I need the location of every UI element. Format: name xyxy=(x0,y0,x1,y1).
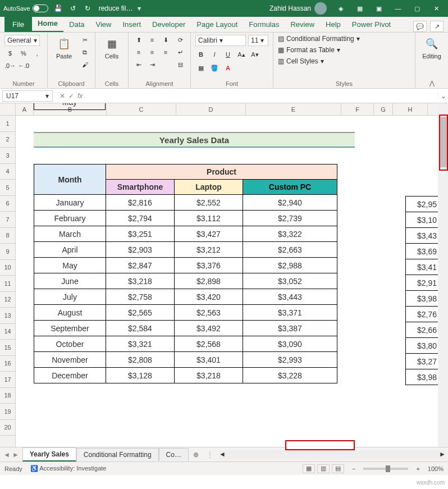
tab-review[interactable]: Review xyxy=(285,17,320,32)
tab-view[interactable]: View xyxy=(90,17,117,32)
align-left-icon[interactable]: ≡ xyxy=(133,47,144,57)
cell-laptop[interactable]: $3,212 xyxy=(175,242,243,258)
spreadsheet-grid[interactable]: 1 2 3 4 5 6 7 8 9 10 11 12 13 14 15 16 1… xyxy=(0,103,448,447)
comments-icon[interactable]: 💬 xyxy=(413,21,427,32)
font-size-select[interactable]: 11▾ xyxy=(248,35,268,46)
cell-smartphone[interactable]: $2,847 xyxy=(106,258,175,273)
grid-icon[interactable]: ▦ xyxy=(351,1,368,16)
italic-icon[interactable]: I xyxy=(209,49,220,60)
row-header[interactable]: 18 xyxy=(0,388,15,404)
row-header[interactable]: 4 xyxy=(0,164,15,180)
fill-color-icon[interactable]: 🪣 xyxy=(209,63,220,73)
cell-laptop[interactable]: $3,420 xyxy=(175,289,243,305)
row-header[interactable]: 7 xyxy=(0,212,15,228)
cell-laptop[interactable]: $3,376 xyxy=(175,258,243,273)
row-header[interactable]: 16 xyxy=(0,356,15,372)
row-header[interactable]: 15 xyxy=(0,340,15,356)
save-icon[interactable]: 💾 xyxy=(54,4,63,13)
row-header[interactable]: 10 xyxy=(0,260,15,276)
cell-month[interactable]: April xyxy=(34,242,106,258)
col-header[interactable]: E xyxy=(246,103,341,115)
cell-laptop[interactable]: $2,563 xyxy=(175,305,243,321)
page-break-view-icon[interactable]: ▤ xyxy=(332,464,344,473)
expand-formula-bar-icon[interactable]: ⌄ xyxy=(438,92,448,100)
tab-developer[interactable]: Developer xyxy=(147,17,191,32)
cell-side[interactable]: $3,43 xyxy=(406,228,440,244)
maximize-button[interactable]: ▢ xyxy=(409,1,426,16)
row-header[interactable]: 8 xyxy=(0,228,15,244)
account-button[interactable]: Zahid Hassan xyxy=(269,2,327,15)
cell-custompc[interactable]: $2,940 xyxy=(243,195,337,211)
cell-custompc[interactable]: $2,988 xyxy=(243,258,337,273)
tab-formulas[interactable]: Formulas xyxy=(243,17,285,32)
row-header[interactable]: 19 xyxy=(0,404,15,420)
zoom-in-icon[interactable]: + xyxy=(416,465,419,472)
formula-input[interactable] xyxy=(87,91,438,101)
cell-side[interactable]: $2,91 xyxy=(406,275,440,291)
col-header[interactable]: H xyxy=(393,103,428,115)
cell-smartphone[interactable]: $2,565 xyxy=(106,305,175,321)
cell-smartphone[interactable]: $2,584 xyxy=(106,321,175,336)
tab-file[interactable]: File xyxy=(4,17,32,32)
cell-smartphone[interactable]: $2,808 xyxy=(106,352,175,368)
cell-side[interactable]: $3,80 xyxy=(406,338,440,354)
close-button[interactable]: ✕ xyxy=(428,1,445,16)
cell-month[interactable]: May xyxy=(34,258,106,273)
row-header[interactable]: 3 xyxy=(0,148,15,164)
diamond-icon[interactable]: ◈ xyxy=(332,1,349,16)
cell-custompc[interactable]: $3,090 xyxy=(243,336,337,352)
row-header[interactable]: 1 xyxy=(0,116,15,132)
select-all-corner[interactable] xyxy=(0,103,15,116)
tab-home[interactable]: Home xyxy=(32,16,63,32)
cell-side[interactable]: $3,41 xyxy=(406,259,440,275)
align-right-icon[interactable]: ≡ xyxy=(160,47,171,57)
tab-insert[interactable]: Insert xyxy=(117,17,147,32)
cell-smartphone[interactable]: $3,218 xyxy=(106,273,175,289)
col-header[interactable]: F xyxy=(341,103,374,115)
row-header[interactable]: 5 xyxy=(0,180,15,196)
normal-view-icon[interactable]: ▦ xyxy=(303,464,315,473)
col-header[interactable]: D xyxy=(176,103,246,115)
tab-page-layout[interactable]: Page Layout xyxy=(191,17,243,32)
col-header[interactable]: A xyxy=(16,103,34,115)
app-icon[interactable]: ▣ xyxy=(371,1,387,16)
cell-month[interactable]: November xyxy=(34,352,106,368)
shrink-font-icon[interactable]: A▾ xyxy=(249,49,260,60)
sheet-tab-more[interactable]: Co… xyxy=(159,448,189,461)
cell-side[interactable]: $3,98 xyxy=(406,291,440,307)
cell-smartphone[interactable]: $3,321 xyxy=(106,336,175,352)
cell-month[interactable]: February xyxy=(34,211,106,226)
accessibility-status[interactable]: ♿ Accessibility: Investigate xyxy=(30,465,107,472)
increase-indent-icon[interactable]: ⇥ xyxy=(147,60,158,70)
row-header[interactable]: 11 xyxy=(0,276,15,292)
comma-icon[interactable]: , xyxy=(31,48,43,58)
cell-month[interactable]: January xyxy=(34,195,106,211)
row-header[interactable]: 13 xyxy=(0,308,15,324)
toggle-off-icon[interactable] xyxy=(33,4,48,12)
align-top-icon[interactable]: ⬆ xyxy=(133,35,144,45)
bold-icon[interactable]: B xyxy=(195,49,207,60)
cell-smartphone[interactable]: $2,758 xyxy=(106,289,175,305)
copy-icon[interactable]: ⧉ xyxy=(79,47,90,57)
page-layout-view-icon[interactable]: ▥ xyxy=(317,464,330,473)
cells-button[interactable]: ▦ Cells xyxy=(100,35,124,61)
tab-power-pivot[interactable]: Power Pivot xyxy=(346,17,396,32)
cell-month[interactable]: March xyxy=(34,226,106,242)
cell-month[interactable]: December xyxy=(34,368,106,383)
decrease-indent-icon[interactable]: ⇤ xyxy=(133,60,144,70)
cell-smartphone[interactable]: $2,816 xyxy=(106,195,175,211)
align-bottom-icon[interactable]: ⬇ xyxy=(160,35,171,45)
cell-smartphone[interactable]: $3,128 xyxy=(106,368,175,383)
align-center-icon[interactable]: ≡ xyxy=(147,47,158,57)
cell-smartphone[interactable]: $2,903 xyxy=(106,242,175,258)
cell-side[interactable]: $3,69 xyxy=(406,244,440,259)
font-color-icon[interactable]: A xyxy=(222,63,234,73)
zoom-out-icon[interactable]: − xyxy=(352,465,355,472)
currency-icon[interactable]: $ xyxy=(4,48,16,58)
merge-center-icon[interactable]: ⊟ xyxy=(175,60,186,70)
paste-button[interactable]: 📋 Paste xyxy=(52,35,76,61)
row-header[interactable]: 14 xyxy=(0,324,15,340)
row-header[interactable]: 20 xyxy=(0,420,15,436)
cell-custompc[interactable]: $3,443 xyxy=(243,289,337,305)
cell-month[interactable]: July xyxy=(34,289,106,305)
